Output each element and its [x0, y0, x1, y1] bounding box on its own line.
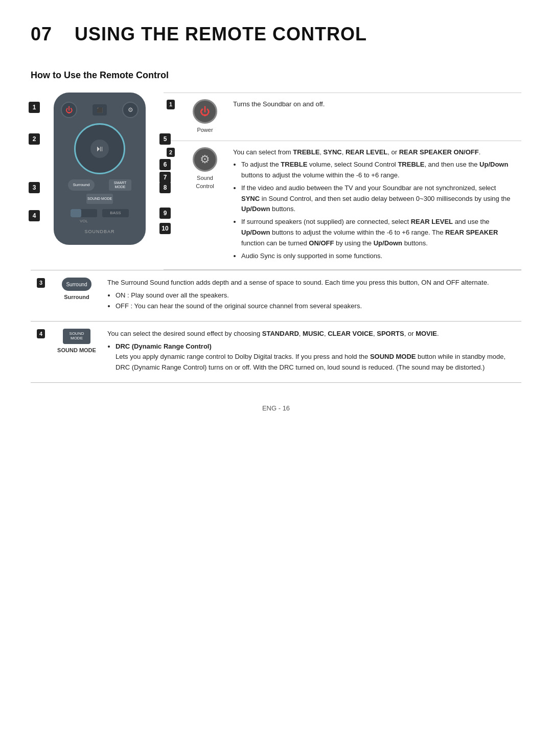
remote-body: ⏻ ⬛ ⚙ ⏯	[54, 93, 146, 245]
list-item: ON : Play sound over all the speakers.	[116, 290, 516, 301]
detail-num-4-cell: 4	[31, 321, 51, 382]
vol-slider[interactable]	[71, 209, 97, 217]
nav-center-button[interactable]: ⏯	[90, 140, 109, 158]
badge-3: 3	[29, 182, 40, 193]
surround-icon-text: Surround	[66, 281, 87, 288]
badge-6: 6	[159, 159, 171, 170]
gear-icon: ⚙	[128, 105, 133, 114]
badge-7: 7	[159, 172, 171, 183]
surround-icon-cell: Surround Surround	[51, 270, 102, 321]
detail-num-3-cell: 3	[31, 270, 51, 321]
badge-2: 2	[29, 133, 40, 145]
badge-5: 5	[159, 133, 171, 145]
table-row: 1 ⏻ Power Turns the Soundbar on and off.	[164, 93, 521, 141]
surround-smartmode-row: Surround SMART MODE	[61, 179, 139, 191]
page-title: 07 USING THE REMOTE CONTROL	[31, 20, 521, 48]
table-row: 3 Surround Surround The Surround Sound f…	[31, 270, 521, 321]
power-icon-large: ⏻	[193, 99, 217, 124]
gear-symbol-icon: ⚙	[200, 151, 210, 168]
power-label: Power	[187, 126, 223, 134]
sound-mode-button[interactable]: SOUND MODE	[86, 194, 113, 204]
detail-table: 3 Surround Surround The Surround Sound f…	[31, 270, 521, 383]
row-num-1: 1	[167, 100, 175, 109]
vol-bass-row: VOL BASS	[61, 209, 139, 224]
gear-icon-large: ⚙	[193, 147, 217, 172]
surround-bullets: ON : Play sound over all the speakers. O…	[116, 290, 516, 312]
bass-col: BASS	[102, 209, 129, 224]
vol-label: VOL	[80, 218, 88, 224]
surround-detail-label: Surround	[56, 293, 97, 302]
badge-1: 1	[29, 102, 40, 113]
sound-mode-detail-desc: You can select the desired sound effect …	[102, 321, 521, 382]
power-icon-cell: ⏻ Power	[182, 93, 228, 141]
sound-ctrl-bullets: To adjust the TREBLE volume, select Soun…	[241, 159, 516, 261]
footer-text: ENG - 16	[262, 404, 290, 412]
sound-ctrl-desc: You can select from TREBLE, SYNC, REAR L…	[228, 141, 521, 270]
bass-label: BASS	[110, 210, 121, 216]
page-footer: ENG - 16	[31, 403, 521, 414]
surround-button[interactable]: Surround	[68, 179, 95, 191]
section-subtitle: How to Use the Remote Control	[31, 68, 521, 82]
input-button[interactable]: ⬛	[93, 104, 107, 116]
sound-mode-bullets: DRC (Dynamic Range Control) Lets you app…	[116, 341, 516, 373]
main-content: 1 2 3 4 5 6 7 8 9 10 ⏻ ⬛	[31, 93, 521, 383]
nav-circle: ⏯	[74, 123, 125, 174]
row-num-2: 2	[167, 148, 175, 157]
list-item: To adjust the TREBLE volume, select Soun…	[241, 159, 516, 181]
soundbar-label: SOUNDBAR	[61, 228, 139, 236]
info-table: 1 ⏻ Power Turns the Soundbar on and off.	[164, 93, 521, 270]
list-item: If surround speakers (not supplied) are …	[241, 217, 516, 248]
power-button[interactable]: ⏻	[61, 102, 77, 118]
badge-4: 4	[29, 210, 40, 221]
sound-ctrl-icon-cell: ⚙ Sound Control	[182, 141, 228, 270]
sound-mode-icon-cell: SOUNDMODE SOUND MODE	[51, 321, 102, 382]
sound-mode-detail-label: SOUND MODE	[56, 346, 97, 355]
list-item: OFF : You can hear the sound of the orig…	[116, 301, 516, 312]
power-desc: Turns the Soundbar on and off.	[228, 93, 521, 141]
smart-mode-label: SMART MODE	[109, 181, 131, 189]
list-item: DRC (Dynamic Range Control) Lets you app…	[116, 341, 516, 373]
power-icon: ⏻	[65, 105, 73, 116]
play-pause-icon: ⏯	[96, 143, 104, 155]
surround-icon-large: Surround	[62, 278, 91, 291]
sound-control-label: Sound Control	[187, 174, 223, 191]
detail-num-3: 3	[37, 278, 45, 288]
table-row: 4 SOUNDMODE SOUND MODE You can select th…	[31, 321, 521, 382]
sound-control-button[interactable]: ⚙	[122, 102, 139, 118]
vol-fill	[71, 209, 81, 217]
sound-mode-icon-large: SOUNDMODE	[63, 329, 90, 344]
table-row: 2 ⚙ Sound Control You can select from TR…	[164, 141, 521, 270]
remote-table-wrapper: 1 2 3 4 5 6 7 8 9 10 ⏻ ⬛	[31, 93, 521, 270]
surround-label: Surround	[73, 182, 90, 188]
remote-top-row: ⏻ ⬛ ⚙	[61, 102, 139, 118]
list-item: If the video and audio between the TV an…	[241, 183, 516, 215]
sound-mode-icon-text: SOUNDMODE	[70, 332, 84, 341]
vol-col: VOL	[71, 209, 97, 224]
remote-illustration: 1 2 3 4 5 6 7 8 9 10 ⏻ ⬛	[31, 93, 153, 245]
bass-button[interactable]: BASS	[102, 209, 129, 217]
badge-8: 8	[159, 182, 171, 193]
list-item: Audio Sync is only supported in some fun…	[241, 251, 516, 262]
power-symbol-icon: ⏻	[200, 104, 210, 119]
detail-num-4: 4	[37, 329, 45, 339]
smart-mode-button[interactable]: SMART MODE	[109, 179, 131, 191]
sound-mode-label: SOUND MODE	[87, 197, 112, 201]
badge-10: 10	[159, 223, 171, 234]
badge-9: 9	[159, 208, 171, 219]
surround-detail-desc: The Surround Sound function adds depth a…	[102, 270, 521, 321]
